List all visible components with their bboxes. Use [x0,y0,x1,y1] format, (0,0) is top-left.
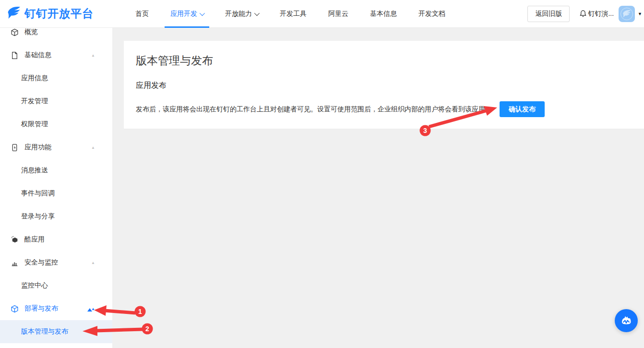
document-icon [11,51,19,60]
nav-open-capabilities[interactable]: 开放能力 [225,0,258,28]
page-title: 版本管理与发布 [136,53,630,68]
chevron-down-icon [254,10,260,15]
sidebar-item-events-callbacks[interactable]: 事件与回调 [0,182,112,205]
chevron-down-icon [200,10,205,15]
version-release-card: 版本管理与发布 应用发布 发布后，该应用将会出现在钉钉的工作台上且对创建者可见。… [124,41,644,129]
service-mascot-icon [619,313,633,328]
collapse-arrow-icon[interactable]: ▲ [91,53,95,58]
svg-text:1: 1 [138,308,142,315]
main-nav: 首页 应用开发 开放能力 开发工具 阿里云 基本信息 开发文档 [135,0,445,28]
avatar[interactable] [619,6,635,22]
nav-aliyun[interactable]: 阿里云 [328,0,348,28]
sidebar-item-app-features[interactable]: 应用功能 ▲ [0,136,112,159]
bell-icon [579,10,587,18]
customer-service-float-button[interactable] [615,309,638,332]
sidebar-item-deploy-release[interactable]: 部署与发布 ▲ [0,297,112,320]
dingtalk-logo[interactable]: 钉钉开放平台 [0,5,120,22]
sidebar-item-app-info[interactable]: 应用信息 [0,67,112,90]
header-right: 返回旧版 钉钉演... ▼ [527,6,644,22]
bar-chart-icon [11,259,19,267]
sidebar-item-overview[interactable]: 概览 [0,28,112,44]
sidebar-item-permission-management[interactable]: 权限管理 [0,113,112,136]
cube-icon [11,28,19,36]
active-tab-underline [165,26,209,28]
collapse-arrow-icon[interactable]: ▲ [91,307,95,311]
collapse-arrow-icon[interactable]: ▲ [91,261,95,265]
nav-dev-tools[interactable]: 开发工具 [280,0,307,28]
confirm-publish-button[interactable]: 确认发布 [500,101,545,117]
app-publish-section-title: 应用发布 [136,81,630,91]
cool-app-icon [11,236,19,244]
deploy-cube-icon [11,305,19,313]
logo-text: 钉钉开放平台 [24,6,94,21]
dingtalk-wing-icon [6,5,22,22]
sidebar: 概览 基础信息 ▲ 应用信息 开发管理 权限管理 应用功能 ▲ 消息推送 事件与… [0,28,113,348]
nav-home[interactable]: 首页 [135,0,149,28]
nav-app-development[interactable]: 应用开发 [170,0,203,28]
sidebar-item-security-monitoring[interactable]: 安全与监控 ▲ [0,251,112,274]
notification-user[interactable]: 钉钉演... [579,10,614,18]
sidebar-item-login-share[interactable]: 登录与分享 [0,205,112,228]
phone-bolt-icon [11,144,19,152]
sidebar-item-version-management-release[interactable]: 版本管理与发布 [0,320,112,343]
account-caret-icon[interactable]: ▼ [638,12,642,16]
nav-dev-docs[interactable]: 开发文档 [418,0,445,28]
back-to-old-version-button[interactable]: 返回旧版 [527,6,570,22]
nav-basic-info[interactable]: 基本信息 [370,0,397,28]
user-name: 钉钉演... [588,10,614,18]
publish-description: 发布后，该应用将会出现在钉钉的工作台上且对创建者可见。设置可使用范围后，企业组织… [136,105,492,114]
sidebar-item-basic-info[interactable]: 基础信息 ▲ [0,44,112,67]
svg-text:2: 2 [145,325,149,333]
sidebar-item-monitoring-center[interactable]: 监控中心 [0,274,112,297]
sidebar-item-cool-app[interactable]: 酷应用 [0,228,112,251]
sidebar-item-dev-management[interactable]: 开发管理 [0,90,112,113]
avatar-ring [620,8,633,20]
top-header: 钉钉开放平台 首页 应用开发 开放能力 开发工具 阿里云 基本信息 开发文档 返… [0,0,644,28]
collapse-arrow-icon[interactable]: ▲ [91,145,95,150]
sidebar-item-message-push[interactable]: 消息推送 [0,159,112,182]
